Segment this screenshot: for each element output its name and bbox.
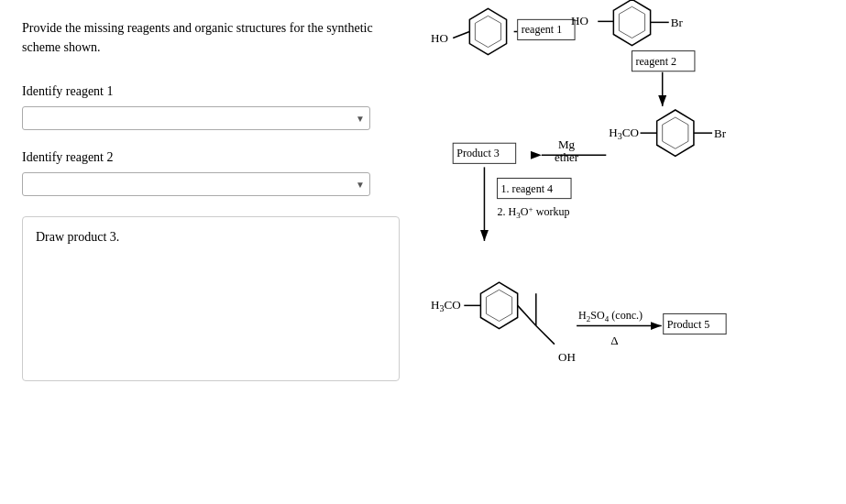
draw-label: Draw product 3. (36, 230, 386, 245)
ho-label-1: HO (431, 31, 448, 45)
br-label-1: Br (671, 16, 684, 29)
svg-marker-21 (486, 290, 511, 321)
h3co-label-1: H3CO (609, 126, 639, 141)
q2-block: Identify reagent 2 ▼ (22, 150, 400, 196)
intro-text: Provide the missing reagents and organic… (22, 18, 400, 57)
reagent1-box-label: reagent 1 (522, 23, 563, 36)
ho-label-2: HO (571, 14, 588, 27)
mg-label: Mg (558, 137, 576, 151)
h3co-label-2: H3CO (431, 298, 461, 313)
draw-product3-block: Draw product 3. (22, 216, 400, 381)
product5-box-label: Product 5 (667, 318, 710, 331)
oh-label: OH (558, 350, 576, 364)
reagent1-dropdown-wrapper[interactable]: ▼ (22, 106, 370, 130)
h2so4-label: H2SO4 (conc.) (578, 309, 643, 323)
reagent2-box-label: reagent 2 (636, 55, 677, 68)
reagent2-dropdown[interactable] (22, 172, 370, 196)
product3-box-label: Product 3 (456, 147, 500, 159)
svg-marker-15 (663, 117, 688, 148)
h3o-workup-label: 2. H3O+ workup (498, 204, 570, 220)
delta-label: Δ (610, 334, 618, 347)
reagent1-dropdown[interactable] (22, 106, 370, 130)
q1-label: Identify reagent 1 (22, 84, 400, 99)
svg-marker-7 (619, 6, 644, 38)
reagent4-box-label: 1. reagent 4 (501, 182, 554, 195)
svg-line-22 (518, 305, 536, 325)
q1-block: Identify reagent 1 ▼ (22, 84, 400, 130)
chem-diagram-svg: HO reagent 1 HO Br reagent 2 Mg ethe (422, 0, 846, 504)
q2-label: Identify reagent 2 (22, 150, 400, 165)
draw-canvas[interactable] (36, 252, 386, 325)
br-label-2: Br (714, 126, 727, 140)
svg-line-23 (536, 326, 555, 345)
ether-label: ether (555, 150, 579, 164)
right-panel: HO reagent 1 HO Br reagent 2 Mg ethe (422, 0, 846, 504)
svg-marker-1 (475, 16, 500, 47)
svg-line-2 (453, 31, 469, 38)
reagent2-dropdown-wrapper[interactable]: ▼ (22, 172, 370, 196)
left-panel: Provide the missing reagents and organic… (0, 0, 422, 504)
